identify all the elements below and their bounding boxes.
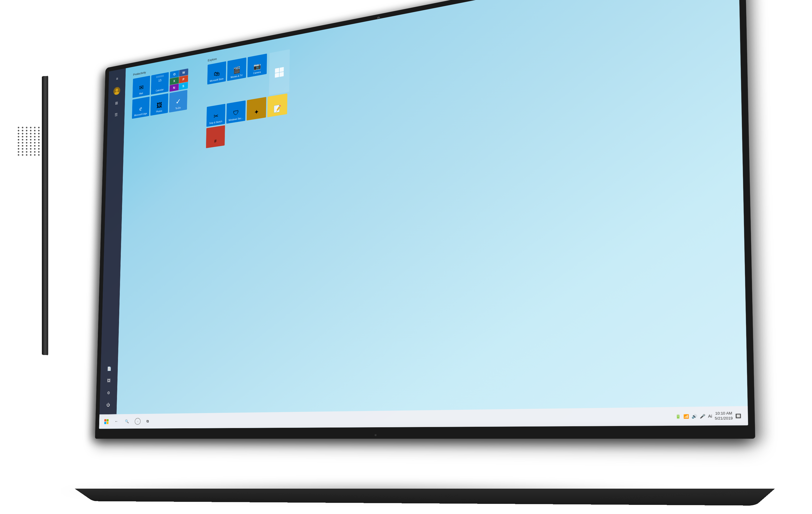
wifi-icon: 📶: [683, 414, 689, 418]
tile-snip[interactable]: ✂ Snip & Sketch: [206, 104, 225, 127]
snip-label: Snip & Sketch: [209, 120, 222, 125]
system-tray: 🔋 📶 🔊 🎤 Ai 10:10 AM 5/21/2019 🔲: [675, 411, 745, 421]
task-view-button[interactable]: ⧉: [142, 416, 152, 426]
store-label: Microsoft Store: [210, 77, 224, 82]
system-clock[interactable]: 10:10 AM 5/21/2019: [715, 411, 732, 421]
winsec-label: Windows Sec...: [229, 117, 243, 122]
movies-icon: 🎬: [233, 66, 240, 74]
user-avatar[interactable]: [113, 87, 120, 95]
webcam: [375, 434, 377, 436]
tile-edge[interactable]: e Microsoft Edge: [132, 97, 150, 119]
camera-label: Camera: [253, 71, 261, 74]
mail-icon: ✉: [139, 84, 144, 92]
store-icon: 🛍: [214, 69, 220, 78]
sidebar-hamburger-btn[interactable]: ≡: [112, 74, 122, 84]
windows-start-icon: [104, 419, 109, 424]
windows-logo-icon: [275, 67, 284, 78]
tile-calendar[interactable]: ☷☷☷☷☷ 15 Calendar: [151, 72, 169, 95]
battery-icon: 🔋: [675, 414, 681, 419]
sticky-icon: 📝: [273, 104, 281, 113]
photos-label: Photos: [156, 110, 162, 113]
camera-icon: 📷: [253, 62, 261, 71]
sidebar-pictures-btn[interactable]: 🖼: [104, 377, 114, 385]
sidebar-list-btn[interactable]: ☰: [111, 110, 121, 119]
photos-icon: 🖼: [156, 101, 162, 109]
language-icon: Ai: [708, 414, 712, 418]
tile-todo[interactable]: ✓ To-Do: [169, 90, 187, 113]
snip-icon: ✂: [213, 112, 218, 120]
tile-windows[interactable]: [269, 49, 290, 95]
tile-store[interactable]: 🛍 Microsoft Store: [207, 61, 226, 85]
search-button[interactable]: 🔍: [121, 416, 133, 426]
clock-time: 10:10 AM: [715, 411, 732, 416]
volume-icon: 🔊: [692, 414, 697, 419]
device-container: ılı ≡ ⊞ ☰: [0, 0, 812, 514]
sidebar-documents-btn[interactable]: 📄: [104, 365, 114, 373]
sidebar-power-btn[interactable]: ⏻: [103, 401, 113, 409]
todo-icon: ✓: [175, 97, 181, 106]
tile-calculator[interactable]: #: [206, 125, 225, 148]
start-content: Productivity ✉ Mail ☷☷☷☷☷: [116, 0, 748, 414]
laptop-base: [75, 489, 775, 506]
calendar-label: Calendar: [155, 88, 164, 92]
calculator-icon: #: [214, 139, 216, 144]
speaker-left: [18, 127, 40, 228]
sidebar-tiles-btn[interactable]: ⊞: [112, 98, 121, 108]
cortana-button[interactable]: ○: [133, 416, 143, 426]
tile-windows-security[interactable]: 🛡 Windows Sec...: [226, 100, 245, 124]
screen: ≡ ⊞ ☰ 📄 🖼 ⚙: [99, 0, 748, 429]
explore-group: Explore 🛍 Microsoft Store 🎬 Movies & TV: [206, 43, 290, 148]
start-button[interactable]: [101, 417, 112, 427]
tile-mail[interactable]: ✉ Mail: [133, 75, 150, 98]
tile-office[interactable]: O W X P N S: [170, 68, 188, 92]
winsec-icon: 🛡: [233, 109, 239, 117]
tile-settings-explore[interactable]: ✦: [246, 97, 266, 120]
tile-movies[interactable]: 🎬 Movies & TV: [227, 58, 246, 81]
edge-label: Microsoft Edge: [134, 112, 147, 117]
sidebar-settings-btn[interactable]: ⚙: [104, 389, 113, 397]
tile-photos[interactable]: 🖼 Photos: [150, 93, 168, 116]
cortana-circle-icon: ○: [135, 418, 141, 425]
movies-label: Movies & TV: [231, 74, 242, 79]
back-button[interactable]: ←: [111, 416, 121, 426]
tile-sticky-notes[interactable]: 📝: [267, 93, 287, 117]
edge-icon: e: [139, 104, 142, 112]
todo-label: To-Do: [175, 107, 181, 110]
clock-date: 5/21/2019: [715, 416, 733, 421]
windows-desktop: ≡ ⊞ ☰ 📄 🖼 ⚙: [99, 0, 748, 429]
mail-label: Mail: [139, 92, 143, 95]
microphone-icon: 🎤: [700, 414, 705, 419]
left-hinge: [42, 76, 48, 355]
screen-bezel: ılı ≡ ⊞ ☰: [95, 0, 755, 439]
settings-sun-icon: ✦: [254, 108, 259, 116]
tile-camera[interactable]: 📷 Camera: [248, 54, 267, 77]
notification-icon[interactable]: 🔲: [735, 413, 741, 418]
